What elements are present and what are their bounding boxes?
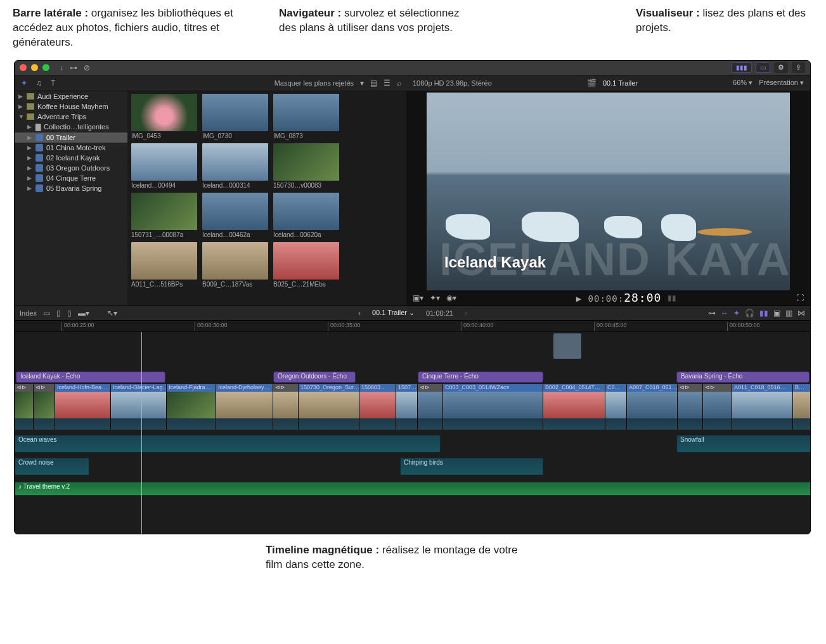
transition-clip[interactable]: ⊲⊳	[678, 384, 703, 430]
video-clip[interactable]: 150803…	[359, 384, 396, 430]
viewer-presentation-menu[interactable]: Présentation ▾	[759, 79, 804, 87]
transition-clip[interactable]: ⊲⊳	[703, 384, 732, 430]
disclosure-triangle-icon[interactable]: ▶	[27, 155, 32, 161]
close-button[interactable]	[20, 64, 27, 71]
inspector-toggle-button[interactable]: ⚙	[774, 62, 788, 73]
sidebar-item-0[interactable]: ▶Audi Experience	[15, 91, 127, 101]
titles-tab-icon[interactable]: T	[51, 79, 55, 87]
browser-clip[interactable]: IMG_0730	[202, 94, 268, 139]
connect-clip-icon[interactable]: ▭	[43, 309, 50, 318]
disclosure-triangle-icon[interactable]: ▶	[18, 103, 23, 110]
video-clip[interactable]: B002_C004_0514T…	[543, 384, 605, 430]
title-clip[interactable]: Oregon Outdoors - Écho	[273, 371, 356, 383]
timeline[interactable]: Iceland Kayak - ÉchoOregon Outdoors - Éc…	[15, 332, 810, 534]
effects-menu-icon[interactable]: ◉▾	[446, 293, 456, 302]
transition-clip[interactable]: ⊲⊳	[34, 384, 55, 430]
transitions-icon[interactable]: ▥	[785, 309, 792, 318]
timeline-forward-icon[interactable]: ›	[465, 309, 467, 318]
browser-clip[interactable]: 150730…v00083	[273, 143, 339, 189]
transitions-browser-icon[interactable]: ⋈	[797, 309, 805, 318]
video-clip[interactable]: 150730_Oregon_Sur…	[299, 384, 359, 430]
snapping-icon[interactable]: ▮▮	[759, 309, 768, 318]
sidebar-item-4[interactable]: ▶00 Trailer	[15, 132, 127, 143]
timeline-toggle-button[interactable]: ▭	[756, 62, 770, 73]
browser-clip[interactable]: B009_C…187Vas	[202, 242, 268, 288]
browser-toggle-button[interactable]: ▮▮▮	[732, 62, 752, 73]
video-clip[interactable]: Iceland-Dyrholaey…	[216, 384, 273, 430]
playhead[interactable]	[141, 332, 142, 534]
solo-icon[interactable]: ✦	[733, 309, 740, 318]
transition-clip[interactable]: ⊲⊳	[273, 384, 299, 430]
disclosure-triangle-icon[interactable]: ▼	[18, 113, 23, 120]
video-clip[interactable]: 1507…	[396, 384, 418, 430]
search-icon[interactable]: ⌕	[397, 79, 401, 87]
video-clip[interactable]: B…	[793, 384, 810, 430]
headphones-icon[interactable]: 🎧	[745, 309, 754, 318]
sidebar-item-6[interactable]: ▶02 Iceland Kayak	[15, 153, 127, 163]
disclosure-triangle-icon[interactable]: ▶	[27, 145, 32, 151]
video-clip[interactable]: Iceland-Hofn-Bea…	[55, 384, 111, 430]
browser-clip[interactable]: Iceland…00462a	[202, 193, 268, 238]
library-tab-icon[interactable]: ✦	[21, 79, 27, 87]
retime-menu-icon[interactable]: ✦▾	[430, 293, 440, 302]
connected-clip-thumb[interactable]	[553, 333, 581, 359]
import-icon[interactable]: ↓	[60, 63, 63, 72]
browser-clip[interactable]: Iceland…00620a	[273, 193, 339, 238]
title-clip[interactable]: Iceland Kayak - Écho	[16, 371, 165, 383]
audio-skimming-icon[interactable]: ↔	[721, 309, 728, 318]
viewer-canvas[interactable]: ICELAND KAYAK Iceland Kayak	[427, 93, 790, 290]
browser-clip[interactable]: IMG_0873	[273, 94, 339, 139]
timeline-project-menu[interactable]: 00.1 Trailer ⌄	[372, 309, 415, 317]
disclosure-triangle-icon[interactable]: ▶	[27, 134, 32, 141]
pause-icon[interactable]: ▮▮	[668, 293, 676, 302]
transform-menu-icon[interactable]: ▣▾	[413, 293, 423, 302]
browser-clip[interactable]: B025_C…21MEbs	[273, 242, 339, 288]
viewer-zoom-menu[interactable]: 66% ▾	[733, 79, 752, 87]
sidebar-item-7[interactable]: ▶03 Oregon Outdoors	[15, 163, 127, 173]
insert-clip-icon[interactable]: ▯	[56, 309, 61, 318]
append-clip-icon[interactable]: ▯	[67, 309, 72, 318]
timeline-ruler[interactable]: 00:00:25:0000:00:30:0000:00:35:0000:00:4…	[15, 321, 810, 332]
music-clip[interactable]: ♪ Travel theme v.2	[15, 482, 810, 496]
fullscreen-icon[interactable]: ⛶	[796, 293, 804, 302]
browser-clip[interactable]: Iceland…00494	[131, 143, 197, 189]
title-clip[interactable]: Bavaria Spring - Écho	[676, 371, 810, 383]
video-clip[interactable]: C003_C003_0514WZacs	[443, 384, 543, 430]
audio-clip[interactable]: Crowd noise	[15, 458, 89, 475]
video-clip[interactable]: Iceland-Glacier-Lag…	[111, 384, 167, 430]
skimming-icon[interactable]: ⊶	[708, 309, 716, 318]
browser-clip[interactable]: IMG_0453	[131, 94, 197, 139]
video-clip[interactable]: A011_C018_0516…	[732, 384, 793, 430]
video-clip[interactable]: C0…	[605, 384, 627, 430]
index-button[interactable]: Index	[20, 309, 37, 317]
disclosure-triangle-icon[interactable]: ▶	[27, 185, 32, 191]
list-view-icon[interactable]: ☰	[384, 79, 390, 87]
browser-clip[interactable]: A011_C…516BPs	[131, 242, 197, 288]
audio-clip[interactable]: Ocean waves	[15, 435, 441, 453]
disclosure-triangle-icon[interactable]: ▶	[18, 93, 23, 100]
share-button[interactable]: ⇪	[792, 62, 805, 73]
browser-clip[interactable]: Iceland…000314	[202, 143, 268, 189]
disclosure-triangle-icon[interactable]: ▶	[27, 165, 32, 171]
zoom-button[interactable]	[42, 64, 49, 71]
disclosure-triangle-icon[interactable]: ▶	[27, 175, 32, 181]
overwrite-clip-icon[interactable]: ▬▾	[78, 309, 89, 318]
transition-clip[interactable]: ⊲⊳	[15, 384, 34, 430]
sidebar-item-5[interactable]: ▶01 China Moto-trek	[15, 143, 127, 153]
sidebar-item-2[interactable]: ▼Adventure Trips	[15, 112, 127, 122]
transition-clip[interactable]: ⊲⊳	[418, 384, 443, 430]
keyword-icon[interactable]: ⊶	[70, 63, 77, 72]
sidebar-item-3[interactable]: ▶▇Collectio…telligentes	[15, 122, 127, 132]
title-clip[interactable]: Cinque Terre - Écho	[418, 371, 543, 383]
sidebar-item-1[interactable]: ▶Koffee House Mayhem	[15, 101, 127, 112]
browser-clip[interactable]: 150731_…00087a	[131, 193, 197, 238]
disclosure-triangle-icon[interactable]: ▶	[27, 124, 32, 130]
photos-tab-icon[interactable]: ♫	[36, 79, 42, 87]
render-icon[interactable]: ⊘	[84, 63, 90, 72]
audio-clip[interactable]: Chirping birds	[400, 458, 543, 475]
sidebar-item-9[interactable]: ▶05 Bavaria Spring	[15, 183, 127, 193]
video-clip[interactable]: Iceland-Fjadra…	[167, 384, 216, 430]
sidebar-item-8[interactable]: ▶04 Cinque Terre	[15, 173, 127, 183]
timeline-back-icon[interactable]: ‹	[358, 309, 361, 318]
arrow-tool-icon[interactable]: ↖▾	[107, 309, 117, 318]
